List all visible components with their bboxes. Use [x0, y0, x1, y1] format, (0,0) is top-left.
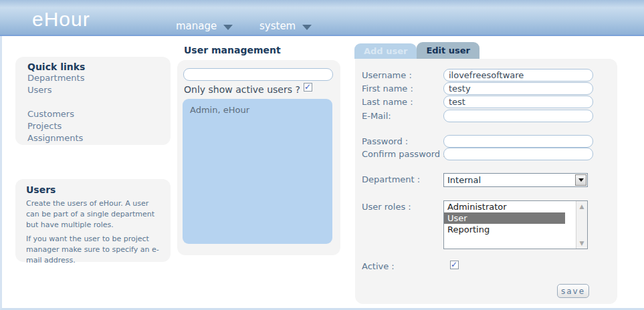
sidebar-item-users[interactable]: Users	[27, 84, 171, 96]
scroll-down-icon[interactable]: ▼	[577, 239, 586, 248]
user-list-panel: Only show active users ? Admin, eHour	[177, 60, 340, 255]
firstname-field[interactable]	[443, 82, 593, 95]
show-active-row: Only show active users ?	[184, 83, 334, 96]
menu-system[interactable]: system	[259, 20, 312, 32]
users-info-paragraph: Create the users of eHour. A user can be…	[26, 198, 161, 230]
tab-edit-user[interactable]: Edit user	[417, 42, 479, 59]
active-checkbox[interactable]	[450, 261, 459, 269]
department-label: Department :	[362, 174, 420, 184]
quick-links-title: Quick links	[27, 61, 171, 72]
chevron-down-icon	[223, 25, 233, 30]
users-info-title: Users	[26, 184, 161, 195]
firstname-row: First name :	[362, 82, 612, 96]
page-title: User management	[184, 45, 281, 55]
role-option-administrator[interactable]: Administrator	[444, 201, 565, 212]
sidebar-item-departments[interactable]: Departments	[27, 72, 171, 84]
firstname-label: First name :	[362, 84, 413, 94]
user-roles-label: User roles :	[362, 202, 411, 212]
user-listbox[interactable]: Admin, eHour	[183, 99, 332, 244]
divider	[27, 96, 171, 108]
password-row: Password :	[362, 135, 612, 148]
page: eHour manage system Quick links Departme…	[0, 0, 644, 310]
menu-manage-label: manage	[176, 20, 217, 32]
tab-add-user[interactable]: Add user	[354, 43, 417, 59]
department-select[interactable]: Internal	[443, 173, 588, 187]
sidebar-item-assignments[interactable]: Assignments	[27, 132, 171, 144]
scrollbar[interactable]: ▲ ▼	[576, 201, 587, 249]
chevron-down-icon	[302, 25, 312, 30]
department-selected-value: Internal	[447, 175, 481, 185]
department-row: Department : Internal	[362, 173, 612, 186]
active-row: Active :	[362, 260, 612, 273]
save-button[interactable]: save	[557, 284, 589, 298]
role-option-reporting[interactable]: Reporting	[444, 224, 565, 235]
email-field[interactable]	[443, 110, 593, 122]
chevron-down-icon[interactable]	[575, 174, 586, 186]
users-info-panel: Users Create the users of eHour. A user …	[15, 179, 171, 262]
user-roles-listbox[interactable]: Administrator User Reporting ▲ ▼	[443, 200, 588, 249]
username-row: Username :	[362, 69, 612, 82]
app-header: eHour manage system	[0, 0, 644, 36]
sidebar-item-projects[interactable]: Projects	[27, 120, 171, 132]
user-form-panel: Username : First name : Last name : E-Ma…	[355, 59, 617, 304]
scroll-up-icon[interactable]: ▲	[577, 202, 586, 211]
user-roles-row: User roles : Administrator User Reportin…	[362, 200, 612, 249]
show-active-checkbox[interactable]	[304, 83, 312, 92]
username-field[interactable]	[443, 69, 593, 82]
role-option-user[interactable]: User	[444, 212, 565, 224]
lastname-label: Last name :	[362, 97, 413, 107]
active-label: Active :	[362, 261, 395, 271]
confirm-password-field[interactable]	[443, 148, 593, 160]
sidebar-item-customers[interactable]: Customers	[27, 108, 171, 120]
lastname-row: Last name :	[362, 96, 612, 109]
password-field[interactable]	[443, 135, 593, 148]
username-label: Username :	[362, 70, 412, 80]
confirm-password-label: Confirm password :	[362, 149, 446, 159]
email-label: E-Mail:	[362, 111, 391, 121]
users-info-paragraph: If you want the user to be project manag…	[26, 234, 161, 266]
show-active-label: Only show active users ?	[184, 84, 300, 95]
lastname-field[interactable]	[443, 96, 593, 108]
menu-manage[interactable]: manage	[176, 20, 233, 32]
list-item[interactable]: Admin, eHour	[183, 99, 332, 115]
app-logo: eHour	[32, 8, 90, 31]
password-label: Password :	[362, 136, 408, 146]
quick-links-panel: Quick links Departments Users Customers …	[15, 57, 171, 145]
user-filter-input[interactable]	[183, 68, 333, 81]
menu-system-label: system	[259, 20, 296, 32]
confirm-password-row: Confirm password :	[362, 148, 612, 161]
email-row: E-Mail:	[362, 110, 612, 123]
user-form-tabs: Add user Edit user	[354, 42, 479, 59]
